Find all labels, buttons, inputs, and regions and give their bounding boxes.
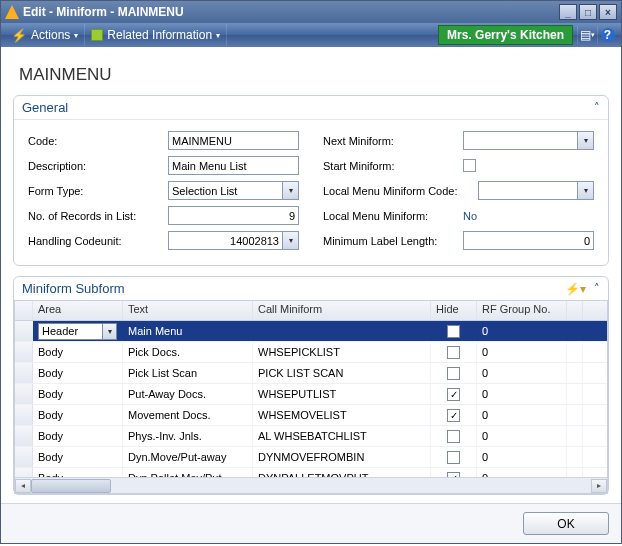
cell-call[interactable]: WHSEPICKLIST <box>253 342 431 362</box>
cell-rf[interactable]: 0 <box>477 426 567 446</box>
row-selector[interactable] <box>15 384 33 404</box>
cell-rf[interactable]: 0 <box>477 405 567 425</box>
col-area[interactable]: Area <box>33 301 123 320</box>
cell-rf[interactable]: 0 <box>477 447 567 467</box>
minlen-input[interactable] <box>463 231 594 250</box>
cell-hide[interactable]: ✓ <box>431 405 477 425</box>
cell-rf[interactable]: 0 <box>477 363 567 383</box>
row-selector[interactable] <box>15 405 33 425</box>
next-miniform-input[interactable] <box>463 131 577 150</box>
start-miniform-checkbox[interactable] <box>463 159 476 172</box>
help-button[interactable]: ? <box>597 26 617 44</box>
cell-hide[interactable] <box>431 363 477 383</box>
row-selector[interactable] <box>15 342 33 362</box>
description-input[interactable] <box>168 156 299 175</box>
cell-hide[interactable] <box>431 321 477 341</box>
records-input[interactable] <box>168 206 299 225</box>
related-info-menu[interactable]: Related Information ▾ <box>85 24 227 46</box>
scroll-right-button[interactable]: ▸ <box>591 479 607 493</box>
cell-call[interactable] <box>253 321 431 341</box>
chevron-down-icon[interactable]: ▾ <box>102 323 117 340</box>
cell-area[interactable]: Body <box>33 384 123 404</box>
hide-checkbox[interactable] <box>447 325 460 338</box>
table-row[interactable]: BodyPick List ScanPICK LIST SCAN0 <box>15 363 607 384</box>
cell-text[interactable]: Main Menu <box>123 321 253 341</box>
table-row[interactable]: BodyPick Docs.WHSEPICKLIST0 <box>15 342 607 363</box>
cell-area[interactable]: Body <box>33 426 123 446</box>
cell-text[interactable]: Dyn.Move/Put-away <box>123 447 253 467</box>
cell-hide[interactable] <box>431 426 477 446</box>
company-tag[interactable]: Mrs. Gerry's Kitchen <box>438 25 573 45</box>
cell-area[interactable]: Header▾ <box>33 321 123 341</box>
cell-area[interactable]: Body <box>33 342 123 362</box>
col-call[interactable]: Call Miniform <box>253 301 431 320</box>
minimize-button[interactable]: _ <box>559 4 577 20</box>
general-header[interactable]: General ˄ <box>14 96 608 120</box>
formtype-combo[interactable]: ▾ <box>168 181 299 200</box>
subform-grid[interactable]: Area Text Call Miniform Hide RF Group No… <box>14 300 608 494</box>
cell-call[interactable]: PICK LIST SCAN <box>253 363 431 383</box>
scroll-track[interactable] <box>31 479 591 493</box>
titlebar[interactable]: Edit - Miniform - MAINMENU _ □ × <box>1 1 621 23</box>
cell-text[interactable]: Pick List Scan <box>123 363 253 383</box>
table-row[interactable]: BodyDyn.Pallet Mov/PutDYNPALLETMOVPUT✓0 <box>15 468 607 477</box>
cell-hide[interactable] <box>431 342 477 362</box>
cell-call[interactable]: DYNPALLETMOVPUT <box>253 468 431 477</box>
row-selector[interactable] <box>15 468 33 477</box>
cell-hide[interactable]: ✓ <box>431 468 477 477</box>
cell-call[interactable]: AL WHSEBATCHLIST <box>253 426 431 446</box>
cell-text[interactable]: Dyn.Pallet Mov/Put <box>123 468 253 477</box>
horizontal-scrollbar[interactable]: ◂ ▸ <box>15 477 607 493</box>
table-row[interactable]: BodyPhys.-Inv. Jnls.AL WHSEBATCHLIST0 <box>15 426 607 447</box>
hide-checkbox[interactable] <box>447 367 460 380</box>
next-miniform-combo[interactable]: ▾ <box>463 131 594 150</box>
chevron-down-icon[interactable]: ▾ <box>577 131 594 150</box>
hide-checkbox[interactable]: ✓ <box>447 472 460 478</box>
col-rf[interactable]: RF Group No. <box>477 301 567 320</box>
hide-checkbox[interactable]: ✓ <box>447 409 460 422</box>
cell-area[interactable]: Body <box>33 363 123 383</box>
actions-menu[interactable]: ⚡ Actions ▾ <box>5 24 85 46</box>
ok-button[interactable]: OK <box>523 512 609 535</box>
col-hide[interactable]: Hide <box>431 301 477 320</box>
cell-area[interactable]: Body <box>33 405 123 425</box>
codeunit-input[interactable] <box>168 231 282 250</box>
lmcode-combo[interactable]: ▾ <box>478 181 594 200</box>
maximize-button[interactable]: □ <box>579 4 597 20</box>
hide-checkbox[interactable] <box>447 346 460 359</box>
cell-area[interactable]: Body <box>33 447 123 467</box>
cell-hide[interactable] <box>431 447 477 467</box>
row-selector[interactable] <box>15 321 33 341</box>
hide-checkbox[interactable] <box>447 451 460 464</box>
cell-call[interactable]: WHSEPUTLIST <box>253 384 431 404</box>
chevron-down-icon[interactable]: ▾ <box>282 231 299 250</box>
hide-checkbox[interactable] <box>447 430 460 443</box>
scroll-thumb[interactable] <box>31 479 111 493</box>
cell-text[interactable]: Put-Away Docs. <box>123 384 253 404</box>
cell-text[interactable]: Phys.-Inv. Jnls. <box>123 426 253 446</box>
notes-menu[interactable]: ▤▾ <box>577 26 597 44</box>
scroll-left-button[interactable]: ◂ <box>15 479 31 493</box>
cell-text[interactable]: Movement Docs. <box>123 405 253 425</box>
code-input[interactable] <box>168 131 299 150</box>
table-row[interactable]: BodyDyn.Move/Put-awayDYNMOVEFROMBIN0 <box>15 447 607 468</box>
cell-call[interactable]: DYNMOVEFROMBIN <box>253 447 431 467</box>
chevron-down-icon[interactable]: ▾ <box>282 181 299 200</box>
table-row[interactable]: BodyMovement Docs.WHSEMOVELIST✓0 <box>15 405 607 426</box>
formtype-input[interactable] <box>168 181 282 200</box>
cell-rf[interactable]: 0 <box>477 342 567 362</box>
bolt-icon[interactable]: ⚡▾ <box>565 282 586 296</box>
cell-call[interactable]: WHSEMOVELIST <box>253 405 431 425</box>
cell-rf[interactable]: 0 <box>477 468 567 477</box>
table-row[interactable]: BodyPut-Away Docs.WHSEPUTLIST✓0 <box>15 384 607 405</box>
col-text[interactable]: Text <box>123 301 253 320</box>
localmenu-value[interactable]: No <box>463 210 477 222</box>
cell-area[interactable]: Body <box>33 468 123 477</box>
cell-rf[interactable]: 0 <box>477 384 567 404</box>
close-button[interactable]: × <box>599 4 617 20</box>
row-selector[interactable] <box>15 426 33 446</box>
lmcode-input[interactable] <box>478 181 577 200</box>
cell-text[interactable]: Pick Docs. <box>123 342 253 362</box>
row-selector[interactable] <box>15 447 33 467</box>
cell-hide[interactable]: ✓ <box>431 384 477 404</box>
